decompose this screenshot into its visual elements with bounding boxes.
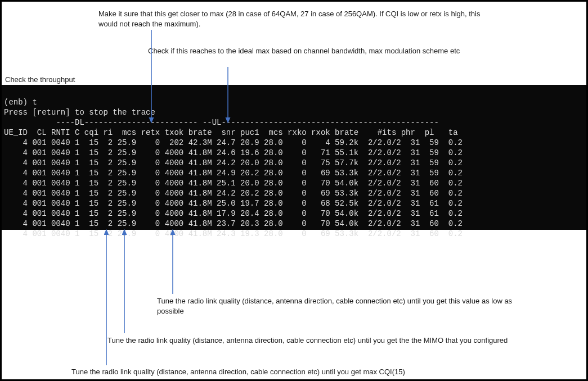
table-row: 4 001 0040 1 15 2 25.9 0 4000 41.8M 24.3… <box>4 229 463 238</box>
table-row: 4 001 0040 1 15 2 25.9 0 4000 41.8M 24.6… <box>4 148 463 157</box>
terminal-instruction: Press [return] to stop the trace <box>4 108 155 117</box>
table-row: 4 001 0040 1 15 2 25.9 0 4000 41.8M 24.2… <box>4 158 463 167</box>
terminal-section-header: ----DL------------------------ --UL-----… <box>4 118 439 127</box>
annotation-throughput: Check the throughput <box>5 75 118 85</box>
terminal-column-header: UE_ID CL RNTI C cqi ri mcs retx txok bra… <box>4 128 458 137</box>
table-row: 4 001 0040 1 15 2 25.9 0 4000 41.8M 24.9… <box>4 169 463 178</box>
annotation-brate: Check if this reaches to the ideal max b… <box>148 46 508 56</box>
table-row: 4 001 0040 1 15 2 25.9 0 4000 41.8M 24.2… <box>4 189 463 198</box>
annotation-ri: Tune the radio link quality (distance, a… <box>107 335 518 346</box>
table-row: 4 001 0040 1 15 2 25.9 0 4000 41.8M 17.9… <box>4 209 463 218</box>
annotation-mcs: Make it sure that this get closer to max… <box>98 9 492 29</box>
canvas: Make it sure that this get closer to max… <box>0 0 588 381</box>
annotation-cqi: Tune the radio link quality (distance, a… <box>71 367 499 377</box>
terminal-prompt: (enb) t <box>4 98 37 107</box>
table-row: 4 001 0040 1 15 2 25.9 0 4000 41.8M 23.7… <box>4 219 463 228</box>
annotation-retx: Tune the radio link quality (distance, a… <box>157 296 517 316</box>
table-row: 4 001 0040 1 15 2 25.9 0 202 42.3M 24.7 … <box>4 138 463 147</box>
terminal-output: (enb) t Press [return] to stop the trace… <box>2 85 586 230</box>
table-row: 4 001 0040 1 15 2 25.9 0 4000 41.8M 25.0… <box>4 199 463 208</box>
table-row: 4 001 0040 1 15 2 25.9 0 4000 41.8M 25.1… <box>4 179 463 188</box>
